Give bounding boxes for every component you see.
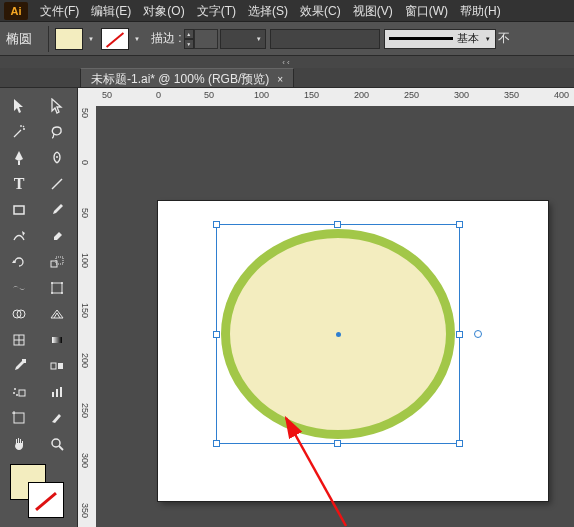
selection-handle-se[interactable] (456, 440, 463, 447)
stroke-dropdown-icon[interactable]: ▼ (131, 28, 143, 50)
selection-tool[interactable] (2, 94, 36, 118)
svg-point-9 (61, 292, 63, 294)
spinner-down-icon[interactable]: ▼ (184, 39, 194, 49)
selection-handle-e[interactable] (456, 331, 463, 338)
selection-handle-w[interactable] (213, 331, 220, 338)
selection-handle-s[interactable] (334, 440, 341, 447)
slice-tool[interactable] (40, 406, 74, 430)
hruler-tick: 200 (354, 90, 369, 100)
fill-dropdown-icon[interactable]: ▼ (85, 28, 97, 50)
column-graph-tool[interactable] (40, 380, 74, 404)
menu-window[interactable]: 窗口(W) (399, 0, 454, 22)
stroke-label: 描边 : (151, 30, 182, 47)
magic-wand-tool[interactable] (2, 120, 36, 144)
hruler-tick: 350 (504, 90, 519, 100)
vertical-ruler[interactable]: 50 0 50 100 150 200 250 300 350 (78, 88, 96, 527)
vruler-tick: 150 (80, 303, 90, 318)
stroke-swatch-large[interactable] (28, 482, 64, 518)
selection-handle-sw[interactable] (213, 440, 220, 447)
eraser-tool[interactable] (40, 224, 74, 248)
svg-rect-26 (14, 413, 24, 423)
active-tool-label: 椭圆 (6, 30, 32, 48)
selection-handle-n[interactable] (334, 221, 341, 228)
hruler-tick: 400 (554, 90, 569, 100)
selection-center-icon (336, 332, 341, 337)
profile-preview-icon (389, 37, 453, 40)
menubar: Ai 文件(F) 编辑(E) 对象(O) 文字(T) 选择(S) 效果(C) 视… (0, 0, 574, 22)
document-tab-title: 未标题-1.ai* @ 100% (RGB/预览) (91, 71, 269, 88)
spinner-up-icon[interactable]: ▲ (184, 29, 194, 39)
lasso-tool[interactable] (40, 120, 74, 144)
vruler-tick: 350 (80, 503, 90, 518)
zoom-tool[interactable] (40, 432, 74, 456)
hruler-tick: 250 (404, 90, 419, 100)
hruler-tick: 0 (156, 90, 161, 100)
perspective-grid-tool[interactable] (40, 302, 74, 326)
stroke-weight-field[interactable] (194, 29, 218, 49)
vruler-tick: 50 (80, 108, 90, 118)
type-tool[interactable]: T (2, 172, 36, 196)
scale-tool[interactable] (40, 250, 74, 274)
eyedropper-tool[interactable] (2, 354, 36, 378)
blend-tool[interactable] (40, 354, 74, 378)
direct-selection-tool[interactable] (40, 94, 74, 118)
menu-object[interactable]: 对象(O) (137, 0, 190, 22)
pen-tool[interactable] (2, 146, 36, 170)
close-icon[interactable]: × (277, 74, 283, 85)
menu-file[interactable]: 文件(F) (34, 0, 85, 22)
vruler-tick: 0 (80, 160, 90, 165)
stroke-swatch-group[interactable]: ▼ (101, 28, 143, 50)
menu-text[interactable]: 文字(T) (191, 0, 242, 22)
mesh-tool[interactable] (2, 328, 36, 352)
stroke-color-swatch[interactable] (101, 28, 129, 50)
chevron-down-icon[interactable]: ▼ (481, 36, 495, 42)
panel-collapser[interactable]: ‹‹ (0, 56, 574, 68)
canvas-area[interactable] (96, 106, 574, 527)
stroke-weight-spinner[interactable]: ▲ ▼ (184, 29, 194, 49)
svg-rect-17 (51, 363, 56, 369)
graphic-style-dropdown[interactable]: 基本 ▼ (384, 29, 496, 49)
selection-handle-ne[interactable] (456, 221, 463, 228)
fill-stroke-swatches[interactable] (10, 464, 71, 520)
brush-definition-dropdown[interactable] (270, 29, 380, 49)
svg-point-7 (61, 282, 63, 284)
hruler-tick: 50 (102, 90, 112, 100)
divider (48, 26, 49, 52)
menu-help[interactable]: 帮助(H) (454, 0, 507, 22)
menu-select[interactable]: 选择(S) (242, 0, 294, 22)
paintbrush-tool[interactable] (40, 198, 74, 222)
rotate-tool[interactable] (2, 250, 36, 274)
svg-line-1 (52, 179, 62, 189)
symbol-sprayer-tool[interactable] (2, 380, 36, 404)
width-tool[interactable] (2, 276, 36, 300)
svg-point-21 (13, 392, 15, 394)
hruler-tick: 300 (454, 90, 469, 100)
fill-swatch-group[interactable]: ▼ (55, 28, 97, 50)
menu-effect[interactable]: 效果(C) (294, 0, 347, 22)
live-shape-widget-icon[interactable] (474, 330, 482, 338)
svg-point-0 (56, 156, 58, 158)
gradient-tool[interactable] (40, 328, 74, 352)
menu-view[interactable]: 视图(V) (347, 0, 399, 22)
svg-line-30 (59, 446, 63, 450)
selection-handle-nw[interactable] (213, 221, 220, 228)
truncated-text: 不 (498, 30, 510, 47)
rectangle-tool[interactable] (2, 198, 36, 222)
artboard-tool[interactable] (2, 406, 36, 430)
line-tool[interactable] (40, 172, 74, 196)
app-logo-icon: Ai (4, 2, 28, 20)
free-transform-tool[interactable] (40, 276, 74, 300)
svg-rect-5 (52, 283, 62, 293)
vruler-tick: 200 (80, 353, 90, 368)
shape-builder-tool[interactable] (2, 302, 36, 326)
variable-width-profile-dropdown[interactable]: ▼ (220, 29, 266, 49)
svg-rect-18 (58, 363, 63, 369)
fill-color-swatch[interactable] (55, 28, 83, 50)
document-tab[interactable]: 未标题-1.ai* @ 100% (RGB/预览) × (80, 68, 294, 87)
menu-edit[interactable]: 编辑(E) (85, 0, 137, 22)
horizontal-ruler[interactable]: 50 0 50 100 150 200 250 300 350 400 (96, 88, 574, 106)
vruler-tick: 300 (80, 453, 90, 468)
curvature-tool[interactable] (40, 146, 74, 170)
hand-tool[interactable] (2, 432, 36, 456)
shaper-tool[interactable] (2, 224, 36, 248)
